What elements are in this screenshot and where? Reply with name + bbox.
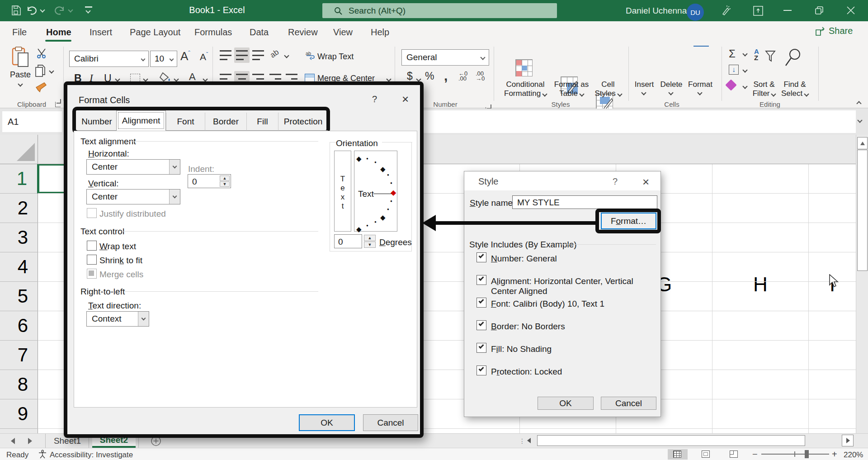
tab-view[interactable]: View — [333, 21, 353, 43]
font-color-dropdown[interactable] — [203, 76, 208, 81]
tab-insert[interactable]: Insert — [90, 21, 112, 43]
accounting-dropdown[interactable] — [416, 76, 421, 81]
format-dropdown[interactable] — [697, 90, 702, 95]
fc-degrees-spinner[interactable]: 0 — [334, 234, 362, 248]
hscroll-right-btn[interactable] — [842, 435, 854, 446]
fc-tab-font[interactable]: Font — [166, 113, 205, 131]
number-format-combo[interactable]: General — [401, 49, 489, 66]
zoom-out-button[interactable]: − — [752, 449, 758, 460]
tab-file[interactable]: File — [12, 21, 27, 43]
decrease-decimal-icon[interactable]: .00→0 — [476, 71, 485, 81]
formula-bar-expand-icon[interactable] — [857, 118, 862, 123]
paste-dropdown[interactable] — [18, 81, 23, 86]
horizontal-scrollbar[interactable] — [524, 435, 854, 447]
restore-button[interactable] — [815, 6, 824, 15]
tab-help[interactable]: Help — [371, 21, 389, 43]
increase-decimal-icon[interactable]: ←0.00 — [458, 71, 467, 81]
undo-dropdown-icon[interactable] — [40, 7, 45, 12]
ribbon-display-options-icon[interactable] — [753, 6, 763, 16]
name-box[interactable]: A1 — [2, 111, 62, 132]
fc-tab-number[interactable]: Number — [77, 113, 116, 131]
format-as-table-label[interactable]: Format as Table — [550, 80, 593, 98]
percent-icon[interactable]: % — [425, 70, 434, 82]
fill-dropdown2[interactable] — [742, 67, 747, 72]
autosum-dropdown[interactable] — [742, 51, 747, 56]
wrap-text-label[interactable]: Wrap Text — [317, 52, 354, 62]
fc-cancel-button[interactable]: Cancel — [363, 414, 418, 431]
fc-merge-checkbox[interactable] — [87, 269, 97, 279]
style-format-button[interactable]: Format… — [601, 213, 656, 229]
redo-dropdown-icon[interactable] — [68, 7, 73, 12]
scroll-up-button[interactable] — [857, 137, 868, 149]
autosum-icon[interactable]: Σ — [729, 47, 736, 60]
undo-icon[interactable] — [26, 5, 38, 16]
increase-font-icon[interactable]: Aˆ — [180, 49, 190, 63]
sheet-nav-left[interactable] — [11, 438, 15, 444]
sort-filter-label[interactable]: Sort & Filter — [750, 80, 778, 98]
cut-icon[interactable] — [36, 48, 47, 58]
decrease-font-icon[interactable]: Aˇ — [200, 51, 208, 62]
style-ok-button[interactable]: OK — [538, 397, 594, 410]
fc-wrap-checkbox[interactable] — [87, 241, 97, 251]
row-header-5[interactable]: 5 — [0, 282, 38, 311]
tab-data[interactable]: Data — [250, 21, 269, 43]
style-name-field[interactable]: MY STYLE — [512, 195, 657, 209]
orientation-dropdown[interactable] — [284, 53, 289, 58]
row-header-8[interactable]: 8 — [0, 370, 38, 399]
select-all-corner[interactable] — [0, 135, 38, 164]
clipboard-dialog-launcher[interactable] — [55, 102, 61, 107]
row-header-9[interactable]: 9 — [0, 399, 38, 429]
conditional-formatting-label[interactable]: Conditional Formatting — [501, 80, 550, 98]
row-header-4[interactable]: 4 — [0, 252, 38, 282]
fc-indent-spinner[interactable]: 0 ▲ ▼ — [188, 174, 231, 188]
style-help-button[interactable]: ? — [613, 176, 618, 187]
orientation-icon[interactable]: ab — [269, 47, 281, 60]
clear-dropdown[interactable] — [742, 84, 747, 89]
zoom-level[interactable]: 220% — [844, 451, 863, 460]
fc-close-button[interactable]: × — [402, 92, 409, 106]
fc-tab-alignment[interactable]: Alignment — [116, 110, 166, 131]
row-header-1[interactable]: 1 — [0, 164, 38, 194]
wrap-text-icon[interactable]: ab — [306, 50, 316, 60]
close-button[interactable] — [846, 6, 855, 15]
fill-dropdown[interactable] — [174, 76, 179, 81]
fc-indent-down[interactable]: ▼ — [220, 181, 230, 187]
fc-vertical-text-box[interactable]: Text — [334, 151, 351, 232]
fc-help-button[interactable]: ? — [372, 94, 377, 104]
insert-label[interactable]: Insert — [634, 80, 655, 89]
quick-access-customize-chevron[interactable] — [85, 8, 90, 13]
fc-horizontal-combo[interactable]: Center — [86, 159, 180, 175]
collapse-ribbon-icon[interactable] — [856, 101, 861, 106]
tab-review[interactable]: Review — [288, 21, 318, 43]
share-button[interactable]: Share — [815, 26, 853, 36]
fc-vertical-combo[interactable]: Center — [86, 189, 180, 204]
fill-icon[interactable]: ↓ — [729, 65, 739, 75]
fc-shrink-checkbox[interactable] — [87, 255, 97, 265]
row-header-2[interactable]: 2 — [0, 194, 38, 223]
row-header-7[interactable]: 7 — [0, 341, 38, 370]
fc-degrees-down[interactable]: ▼ — [364, 242, 376, 248]
font-name-combo[interactable]: Calibri — [69, 51, 149, 67]
delete-label[interactable]: Delete — [660, 80, 683, 89]
align-middle-icon[interactable] — [236, 50, 248, 60]
fc-indent-up[interactable]: ▲ — [220, 175, 230, 181]
vscroll-thumb[interactable] — [857, 150, 868, 271]
hscroll-left[interactable] — [527, 438, 531, 443]
find-select-label[interactable]: Find & Select — [780, 80, 809, 98]
zoom-slider-thumb[interactable] — [805, 450, 809, 458]
quick-access-customize-icon[interactable] — [85, 6, 92, 8]
underline-dropdown[interactable] — [115, 76, 120, 81]
user-name[interactable]: Daniel Uchenna — [626, 6, 687, 16]
save-icon[interactable] — [11, 5, 21, 15]
sheet-nav-right[interactable] — [28, 438, 32, 444]
coming-soon-icon[interactable] — [721, 5, 731, 16]
format-painter-icon[interactable] — [35, 81, 47, 93]
fc-justify-checkbox[interactable] — [87, 208, 97, 218]
view-page-break-icon[interactable] — [730, 451, 738, 458]
insert-dropdown[interactable] — [641, 90, 646, 95]
zoom-in-button[interactable]: + — [832, 449, 837, 460]
view-page-layout-icon[interactable] — [702, 451, 710, 458]
comma-icon[interactable]: , — [444, 68, 448, 84]
cell-styles-label[interactable]: Cell Styles — [592, 80, 624, 98]
paste-button[interactable]: Paste — [6, 47, 34, 88]
